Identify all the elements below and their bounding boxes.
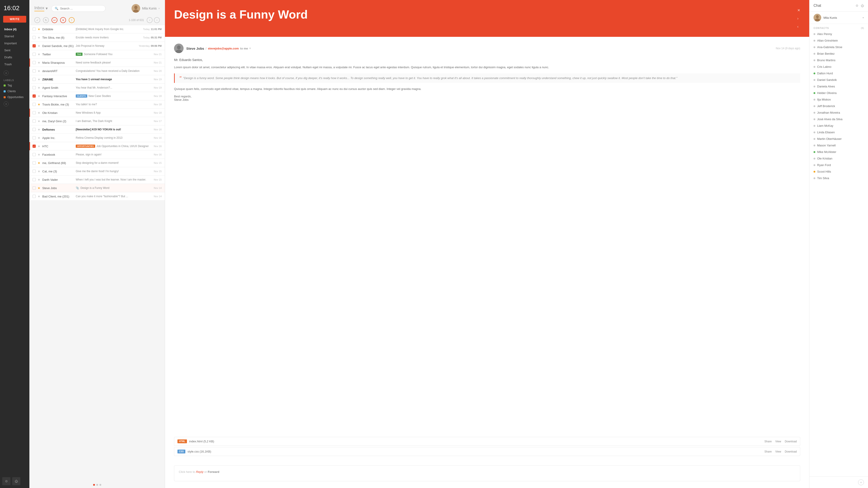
email-checkbox[interactable] <box>33 178 36 181</box>
hero-prev-button[interactable]: ‹ <box>797 25 800 29</box>
email-checkbox[interactable] <box>33 186 36 190</box>
hero-next-button[interactable]: › <box>797 17 800 21</box>
star-icon[interactable]: ★ <box>37 77 40 81</box>
contact-item[interactable]: Martin Oberhäuser <box>809 135 868 142</box>
email-row[interactable]: ✓★HTCOPPORTUNITIESJob Opportunities in C… <box>29 142 165 151</box>
contact-item[interactable]: Mason Yarnell <box>809 142 868 149</box>
refresh-button[interactable]: ↻ <box>43 17 49 23</box>
contact-item[interactable]: Ole Kristian <box>809 155 868 162</box>
email-row[interactable]: ✓★Fantasy InteractiveCLIENTSNew Case Stu… <box>29 92 165 100</box>
email-checkbox[interactable] <box>33 161 36 164</box>
star-icon[interactable]: ★ <box>37 186 40 190</box>
settings-button[interactable]: ⚙ <box>2 477 10 485</box>
star-icon[interactable]: ★ <box>37 94 40 98</box>
star-icon[interactable]: ★ <box>37 36 40 39</box>
email-checkbox[interactable] <box>33 53 36 56</box>
star-icon[interactable]: ★ <box>37 86 40 90</box>
email-row[interactable]: ★ZWAMEYou have 1 unread messageNov 19 <box>29 75 165 84</box>
star-icon[interactable]: ★ <box>37 44 40 48</box>
star-icon[interactable]: ★ <box>37 128 40 131</box>
chat-settings-icon[interactable]: ⚙ <box>856 4 859 7</box>
star-icon[interactable]: ★ <box>37 103 40 106</box>
email-checkbox[interactable] <box>33 28 36 31</box>
prev-page-button[interactable]: ‹ <box>147 17 153 23</box>
contact-item[interactable]: Liam McKay <box>809 123 868 129</box>
nav-trash[interactable]: Trash <box>0 61 29 68</box>
email-row[interactable]: ★Bad Client, me (201)Can you make it mor… <box>29 192 165 201</box>
email-checkbox[interactable] <box>33 136 36 139</box>
email-checkbox[interactable] <box>33 103 36 106</box>
email-row[interactable]: ★Maria SharapovaNeed some feedback pleas… <box>29 59 165 67</box>
delete-button[interactable]: ✕ <box>60 17 66 23</box>
email-checkbox[interactable] <box>33 128 36 131</box>
inbox-dropdown-icon[interactable]: ▾ <box>46 6 48 11</box>
contact-item[interactable]: Alex Penny <box>809 31 868 37</box>
email-row[interactable]: ★Darth VaderWhen I left you I was but th… <box>29 175 165 184</box>
nav-starred[interactable]: Starred <box>0 33 29 40</box>
star-icon[interactable]: ★ <box>37 27 40 31</box>
email-checkbox[interactable] <box>33 86 36 89</box>
contact-item[interactable]: Tim Silva <box>809 175 868 182</box>
star-icon[interactable]: ★ <box>37 119 40 123</box>
email-row[interactable]: ★TwitterTAGSomeone Followed YouNov 21 <box>29 50 165 59</box>
contact-item[interactable]: Ryan Ford <box>809 162 868 168</box>
email-row[interactable]: ★Dribbble[Dribbble] Work Inquiry from Go… <box>29 25 165 33</box>
email-checkbox[interactable]: ✓ <box>33 44 36 47</box>
contact-item[interactable]: Brian Benitez <box>809 51 868 57</box>
add-label-button[interactable]: + <box>4 101 8 106</box>
email-row[interactable]: ★Steve Jobs📎Design is a Funny WordNov 14 <box>29 184 165 192</box>
view-css-button[interactable]: View <box>775 450 781 453</box>
nav-drafts[interactable]: Drafts <box>0 54 29 61</box>
user-dropdown-icon[interactable]: ▾ <box>158 7 160 10</box>
contact-item[interactable]: Jonathan Moreira <box>809 109 868 116</box>
chat-user-dropdown-icon[interactable]: ▾ <box>863 16 864 19</box>
contact-item[interactable]: Linda Eliasen <box>809 129 868 135</box>
next-page-button[interactable]: › <box>154 17 160 23</box>
hero-close-button[interactable]: ✕ <box>797 8 800 12</box>
contact-item[interactable]: Cris Labno <box>809 64 868 70</box>
label-clients[interactable]: Clients <box>0 88 29 94</box>
meta-dropdown-icon[interactable]: ▾ <box>249 47 251 50</box>
email-row[interactable]: ★Tim Silva, me (6)Encide needs more Invi… <box>29 33 165 42</box>
email-checkbox[interactable]: ✓ <box>33 144 36 148</box>
sender-email[interactable]: stevejobs@apple.com <box>208 47 239 50</box>
contact-item[interactable]: Dalton Hurd <box>809 70 868 76</box>
email-row[interactable]: ★Deftones[Newsletter] KOI NO YOKAN is ou… <box>29 125 165 134</box>
star-icon[interactable]: ★ <box>37 169 40 173</box>
contact-item[interactable]: Daniela Alves <box>809 83 868 90</box>
search-box[interactable]: 🔍 <box>51 5 105 12</box>
download-html-button[interactable]: Download <box>785 440 797 443</box>
view-html-button[interactable]: View <box>775 440 781 443</box>
power-button[interactable]: ⏻ <box>12 477 20 485</box>
contact-item[interactable]: Helder Oliveira <box>809 90 868 96</box>
email-checkbox[interactable] <box>33 36 36 39</box>
star-icon[interactable]: ★ <box>37 53 40 56</box>
email-checkbox[interactable] <box>33 153 36 156</box>
forward-button[interactable]: ↩ <box>52 17 57 23</box>
search-input[interactable] <box>60 7 102 10</box>
add-contact-button[interactable]: + <box>858 480 864 485</box>
forward-link[interactable]: Forward <box>208 470 219 474</box>
chat-active-user[interactable]: Mila Kunis ▾ <box>809 11 868 24</box>
email-row[interactable]: ★me, Girlfriend (69)Stop designing for a… <box>29 159 165 167</box>
email-checkbox[interactable] <box>33 111 36 114</box>
star-icon[interactable]: ★ <box>37 136 40 140</box>
add-folder-button[interactable]: + <box>4 70 8 75</box>
contact-item[interactable]: Mike McAlister <box>809 149 868 155</box>
reply-link[interactable]: Reply <box>196 470 204 474</box>
contact-item[interactable]: Ana-Gabriela Stroe <box>809 44 868 51</box>
nav-sent[interactable]: Sent <box>0 47 29 54</box>
email-row[interactable]: ★Agent SmithYou hear that Mr. Anderson?.… <box>29 84 165 92</box>
email-row[interactable]: ★FacebookPlease, sign in again!Nov 16 <box>29 151 165 159</box>
email-row[interactable]: ★me, Daryl Ginn (2)I am Batman, The Dark… <box>29 117 165 125</box>
email-row[interactable]: ★deviantARTCongratulations! You have rec… <box>29 67 165 75</box>
contact-item[interactable]: Allan Grinshtein <box>809 37 868 44</box>
email-row[interactable]: ★Travis Bickle, me (3)You talkin' to me?… <box>29 100 165 109</box>
download-css-button[interactable]: Download <box>785 450 797 453</box>
star-icon[interactable]: ★ <box>37 161 40 165</box>
email-checkbox[interactable] <box>33 195 36 198</box>
contact-item[interactable]: Ilja Miskov <box>809 96 868 103</box>
email-row[interactable]: ★Ole KristianNew Windows 8 AppNov 18 <box>29 109 165 117</box>
email-checkbox[interactable] <box>33 69 36 72</box>
star-icon[interactable]: ★ <box>37 111 40 115</box>
